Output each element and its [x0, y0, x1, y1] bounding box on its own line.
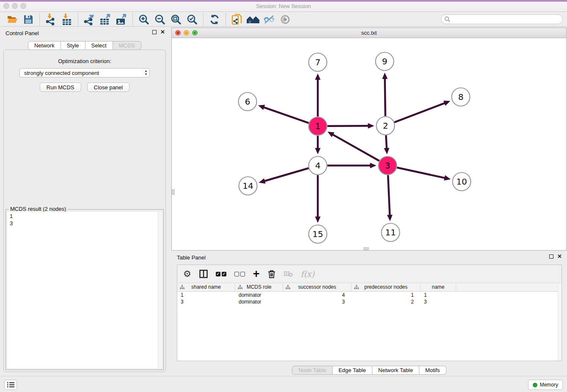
graph-arrowhead-3-10 — [444, 175, 451, 181]
graph-edge-4-14[interactable] — [264, 168, 308, 181]
open-file-icon[interactable] — [5, 13, 19, 26]
cell-name[interactable]: 3 — [421, 298, 456, 305]
graph-edge-3-1[interactable] — [332, 134, 379, 161]
graph-node-label-11: 11 — [385, 227, 396, 237]
mcds-result-title: MCDS result (2 nodes) — [8, 206, 68, 212]
save-session-icon[interactable] — [21, 13, 36, 26]
cell-predecessor-nodes[interactable]: 2 — [352, 298, 421, 305]
cell-shared-name[interactable]: 3 — [177, 298, 235, 305]
graph-arrowhead-1-7 — [315, 74, 321, 80]
cell-shared-name[interactable]: 1 — [177, 292, 235, 298]
minimize-network-icon[interactable]: − — [184, 30, 189, 36]
column-successor-nodes[interactable]: successor nodes — [283, 283, 352, 291]
clone-network-icon[interactable] — [230, 13, 244, 26]
graph-arrowhead-4-14 — [259, 178, 265, 183]
mcds-panel: Optimization criterion: strongly connect… — [3, 50, 166, 372]
main-toolbar — [0, 12, 567, 27]
tab-edge-table[interactable]: Edge Table — [333, 366, 372, 375]
unselect-all-icon[interactable] — [234, 272, 245, 276]
zoom-fit-icon[interactable] — [169, 13, 183, 26]
table-scrollbar[interactable] — [558, 284, 561, 361]
tab-mcds[interactable]: MCDS — [113, 41, 141, 50]
zoom-in-icon[interactable] — [137, 13, 151, 26]
split-grip-horizontal[interactable] — [363, 247, 369, 250]
graph-edge-1-2[interactable] — [327, 126, 369, 126]
refresh-layout-icon[interactable] — [207, 13, 222, 26]
tab-style[interactable]: Style — [61, 41, 85, 50]
delete-row-icon[interactable] — [268, 270, 275, 279]
graph-edge-2-9[interactable] — [385, 78, 385, 116]
graph-edge-2-3[interactable] — [386, 135, 387, 149]
zoom-selected-icon[interactable] — [185, 13, 199, 26]
float-table-panel-icon[interactable] — [549, 254, 553, 259]
network-canvas[interactable]: 7968124314101511 — [172, 38, 566, 250]
float-panel-icon[interactable] — [152, 30, 157, 34]
function-builder-icon: f(x) — [301, 269, 315, 279]
graph-node-label-15: 15 — [312, 229, 323, 239]
maximize-network-icon[interactable]: + — [192, 30, 198, 36]
status-bar: Memory — [0, 376, 567, 392]
hide-glasses-icon[interactable] — [262, 13, 276, 26]
cell-mcds-role[interactable]: dominator — [235, 292, 283, 298]
network-graph[interactable]: 7968124314101511 — [172, 38, 566, 250]
cell-successor-nodes[interactable]: 4 — [283, 292, 352, 298]
tab-network-table[interactable]: Network Table — [372, 366, 419, 375]
table-panel-header: Table Panel ✕ — [171, 253, 567, 264]
table-toolbar: ⚙ ✓✓ + f(x) — [177, 265, 561, 283]
cell-name[interactable]: 1 — [421, 292, 456, 298]
column-shared-name[interactable]: shared name — [177, 283, 235, 291]
table-row[interactable]: 3 dominator 3 2 3 — [177, 298, 561, 305]
close-network-icon[interactable]: ✕ — [175, 30, 181, 36]
cell-mcds-role[interactable]: dominator — [235, 298, 283, 305]
graph-edge-3-10[interactable] — [397, 168, 445, 178]
graph-arrowhead-3-11 — [387, 215, 393, 221]
tab-network[interactable]: Network — [28, 41, 61, 50]
home-pages-icon[interactable] — [246, 13, 260, 26]
table-panel-title: Table Panel — [177, 254, 206, 261]
graph-node-label-1: 1 — [315, 121, 321, 131]
split-grip-vertical[interactable] — [172, 189, 175, 195]
run-mcds-button[interactable]: Run MCDS — [40, 83, 81, 92]
graph-node-label-9: 9 — [382, 56, 388, 66]
tab-motifs[interactable]: Motifs — [419, 366, 446, 375]
cell-successor-nodes[interactable]: 3 — [283, 298, 352, 305]
tab-select[interactable]: Select — [85, 41, 113, 50]
zoom-out-icon[interactable] — [153, 13, 167, 26]
cell-predecessor-nodes[interactable]: 1 — [352, 292, 421, 298]
network-window-titlebar[interactable]: ✕ − + scc.txt — [172, 28, 566, 38]
tab-node-table[interactable]: Node Table — [292, 366, 333, 375]
export-network-icon[interactable] — [82, 13, 96, 26]
export-table-icon[interactable] — [98, 13, 113, 26]
column-name[interactable]: name — [421, 283, 456, 291]
import-network-icon[interactable] — [44, 13, 58, 26]
export-image-icon[interactable] — [114, 13, 129, 26]
criterion-select[interactable]: strongly connected component ▲▼ — [19, 68, 150, 77]
task-history-button[interactable] — [4, 380, 17, 390]
show-column-icon[interactable] — [199, 270, 208, 278]
list-icon — [7, 382, 14, 388]
import-table-icon[interactable] — [60, 13, 74, 26]
mcds-result-text[interactable]: 1 3 — [7, 212, 162, 368]
search-input[interactable] — [441, 14, 563, 24]
eye-icon[interactable] — [278, 13, 292, 26]
add-row-icon[interactable]: + — [253, 270, 260, 278]
graph-node-label-2: 2 — [383, 121, 388, 131]
close-panel-icon[interactable]: ✕ — [160, 30, 165, 34]
column-predecessor-nodes[interactable]: predecessor nodes — [352, 283, 421, 291]
graph-edge-1-6[interactable] — [263, 107, 308, 123]
select-all-icon[interactable]: ✓✓ — [216, 272, 226, 276]
table-row[interactable]: 1 dominator 4 1 1 — [177, 292, 561, 298]
optimization-criterion-label: Optimization criterion: — [4, 58, 165, 64]
memory-button[interactable]: Memory — [528, 380, 563, 390]
delete-table-icon — [284, 271, 293, 277]
close-panel-button[interactable]: Close panel — [87, 83, 130, 92]
column-mcds-role[interactable]: MCDS role — [235, 283, 283, 291]
settings-gear-icon[interactable]: ⚙ — [183, 270, 191, 278]
close-table-panel-icon[interactable]: ✕ — [557, 254, 562, 259]
toolbar-separator — [203, 13, 204, 26]
graph-edge-3-11[interactable] — [388, 175, 390, 215]
result-scrollbar[interactable] — [158, 212, 162, 368]
graph-edge-2-8[interactable] — [394, 103, 445, 122]
app-titlebar: Session: New Session — [0, 0, 567, 12]
toolbar-separator — [78, 13, 78, 26]
